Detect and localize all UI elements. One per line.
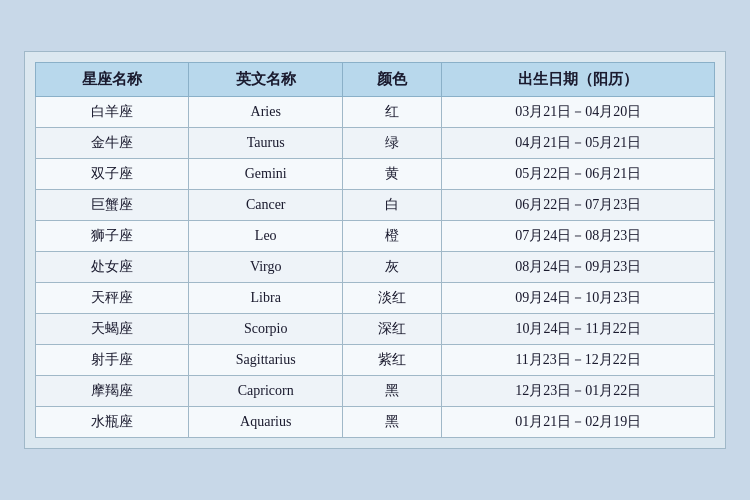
table-cell-9-2: 黑 (342, 376, 441, 407)
table-row: 射手座Sagittarius紫红11月23日－12月22日 (36, 345, 715, 376)
table-cell-6-2: 淡红 (342, 283, 441, 314)
table-cell-6-1: Libra (189, 283, 342, 314)
table-cell-6-0: 天秤座 (36, 283, 189, 314)
column-header-3: 出生日期（阳历） (442, 63, 715, 97)
table-cell-10-3: 01月21日－02月19日 (442, 407, 715, 438)
column-header-1: 英文名称 (189, 63, 342, 97)
table-cell-7-3: 10月24日－11月22日 (442, 314, 715, 345)
table-cell-0-2: 红 (342, 97, 441, 128)
table-cell-2-0: 双子座 (36, 159, 189, 190)
table-cell-1-2: 绿 (342, 128, 441, 159)
table-cell-4-3: 07月24日－08月23日 (442, 221, 715, 252)
table-cell-9-0: 摩羯座 (36, 376, 189, 407)
table-container: 星座名称英文名称颜色出生日期（阳历） 白羊座Aries红03月21日－04月20… (24, 51, 726, 449)
table-cell-8-0: 射手座 (36, 345, 189, 376)
table-cell-5-3: 08月24日－09月23日 (442, 252, 715, 283)
table-cell-10-1: Aquarius (189, 407, 342, 438)
table-row: 天蝎座Scorpio深红10月24日－11月22日 (36, 314, 715, 345)
table-cell-5-2: 灰 (342, 252, 441, 283)
table-cell-2-3: 05月22日－06月21日 (442, 159, 715, 190)
table-row: 白羊座Aries红03月21日－04月20日 (36, 97, 715, 128)
table-cell-7-0: 天蝎座 (36, 314, 189, 345)
table-cell-8-2: 紫红 (342, 345, 441, 376)
table-cell-2-1: Gemini (189, 159, 342, 190)
table-cell-0-0: 白羊座 (36, 97, 189, 128)
table-row: 狮子座Leo橙07月24日－08月23日 (36, 221, 715, 252)
table-row: 天秤座Libra淡红09月24日－10月23日 (36, 283, 715, 314)
table-cell-2-2: 黄 (342, 159, 441, 190)
table-row: 处女座Virgo灰08月24日－09月23日 (36, 252, 715, 283)
table-cell-1-1: Taurus (189, 128, 342, 159)
table-cell-7-2: 深红 (342, 314, 441, 345)
table-cell-6-3: 09月24日－10月23日 (442, 283, 715, 314)
table-cell-4-2: 橙 (342, 221, 441, 252)
table-row: 双子座Gemini黄05月22日－06月21日 (36, 159, 715, 190)
table-cell-1-3: 04月21日－05月21日 (442, 128, 715, 159)
table-row: 水瓶座Aquarius黑01月21日－02月19日 (36, 407, 715, 438)
column-header-0: 星座名称 (36, 63, 189, 97)
table-cell-3-1: Cancer (189, 190, 342, 221)
table-cell-10-0: 水瓶座 (36, 407, 189, 438)
table-cell-8-1: Sagittarius (189, 345, 342, 376)
table-row: 摩羯座Capricorn黑12月23日－01月22日 (36, 376, 715, 407)
table-cell-5-1: Virgo (189, 252, 342, 283)
table-cell-1-0: 金牛座 (36, 128, 189, 159)
table-row: 金牛座Taurus绿04月21日－05月21日 (36, 128, 715, 159)
zodiac-table: 星座名称英文名称颜色出生日期（阳历） 白羊座Aries红03月21日－04月20… (35, 62, 715, 438)
table-cell-4-0: 狮子座 (36, 221, 189, 252)
table-cell-3-0: 巨蟹座 (36, 190, 189, 221)
table-cell-4-1: Leo (189, 221, 342, 252)
table-row: 巨蟹座Cancer白06月22日－07月23日 (36, 190, 715, 221)
table-cell-9-3: 12月23日－01月22日 (442, 376, 715, 407)
table-cell-10-2: 黑 (342, 407, 441, 438)
column-header-2: 颜色 (342, 63, 441, 97)
table-cell-9-1: Capricorn (189, 376, 342, 407)
table-cell-3-2: 白 (342, 190, 441, 221)
table-cell-0-1: Aries (189, 97, 342, 128)
table-cell-0-3: 03月21日－04月20日 (442, 97, 715, 128)
table-cell-5-0: 处女座 (36, 252, 189, 283)
table-cell-3-3: 06月22日－07月23日 (442, 190, 715, 221)
table-cell-8-3: 11月23日－12月22日 (442, 345, 715, 376)
table-cell-7-1: Scorpio (189, 314, 342, 345)
